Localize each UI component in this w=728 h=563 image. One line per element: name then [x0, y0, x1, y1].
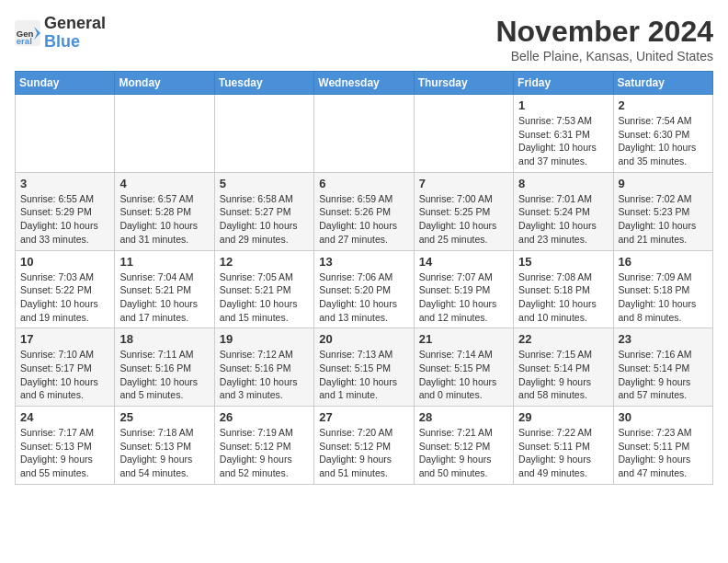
week-row-5: 24Sunrise: 7:17 AM Sunset: 5:13 PM Dayli…	[16, 407, 713, 485]
calendar-cell: 28Sunrise: 7:21 AM Sunset: 5:12 PM Dayli…	[414, 407, 513, 485]
calendar-cell: 20Sunrise: 7:13 AM Sunset: 5:15 PM Dayli…	[314, 328, 414, 407]
calendar-cell: 4Sunrise: 6:57 AM Sunset: 5:28 PM Daylig…	[115, 172, 214, 250]
day-info: Sunrise: 7:17 AM Sunset: 5:13 PM Dayligh…	[20, 426, 109, 480]
day-number: 2	[619, 98, 708, 112]
day-number: 22	[518, 332, 608, 346]
calendar-cell	[414, 95, 513, 173]
day-number: 27	[319, 410, 408, 424]
calendar-cell: 10Sunrise: 7:03 AM Sunset: 5:22 PM Dayli…	[16, 250, 115, 328]
day-info: Sunrise: 7:10 AM Sunset: 5:17 PM Dayligh…	[20, 348, 109, 402]
page-header: Gen eral General Blue November 2024 Bell…	[15, 15, 713, 63]
day-info: Sunrise: 7:12 AM Sunset: 5:16 PM Dayligh…	[220, 348, 309, 402]
weekday-header-wednesday: Wednesday	[314, 72, 414, 95]
day-info: Sunrise: 6:59 AM Sunset: 5:26 PM Dayligh…	[319, 192, 408, 247]
day-info: Sunrise: 7:08 AM Sunset: 5:18 PM Dayligh…	[518, 270, 608, 325]
day-info: Sunrise: 7:13 AM Sunset: 5:15 PM Dayligh…	[319, 348, 408, 402]
calendar-cell: 22Sunrise: 7:15 AM Sunset: 5:14 PM Dayli…	[514, 328, 613, 407]
day-number: 7	[419, 177, 508, 190]
day-info: Sunrise: 7:18 AM Sunset: 5:13 PM Dayligh…	[119, 426, 209, 480]
day-info: Sunrise: 7:53 AM Sunset: 6:31 PM Dayligh…	[518, 114, 608, 168]
calendar-cell: 2Sunrise: 7:54 AM Sunset: 6:30 PM Daylig…	[613, 95, 712, 173]
svg-text:eral: eral	[17, 36, 32, 46]
day-number: 12	[220, 255, 309, 269]
day-number: 16	[619, 255, 708, 269]
day-info: Sunrise: 7:01 AM Sunset: 5:24 PM Dayligh…	[518, 192, 608, 247]
calendar-cell: 29Sunrise: 7:22 AM Sunset: 5:11 PM Dayli…	[514, 407, 613, 485]
day-number: 9	[619, 177, 708, 190]
day-info: Sunrise: 7:00 AM Sunset: 5:25 PM Dayligh…	[419, 192, 508, 247]
day-info: Sunrise: 7:21 AM Sunset: 5:12 PM Dayligh…	[419, 426, 508, 480]
day-number: 10	[20, 255, 109, 269]
calendar-cell: 27Sunrise: 7:20 AM Sunset: 5:12 PM Dayli…	[314, 407, 414, 485]
calendar-cell: 9Sunrise: 7:02 AM Sunset: 5:23 PM Daylig…	[613, 172, 712, 250]
calendar-cell: 13Sunrise: 7:06 AM Sunset: 5:20 PM Dayli…	[314, 250, 414, 328]
calendar-cell: 26Sunrise: 7:19 AM Sunset: 5:12 PM Dayli…	[214, 407, 313, 485]
logo-text: General Blue	[44, 15, 106, 52]
weekday-header-tuesday: Tuesday	[214, 72, 313, 95]
day-number: 20	[319, 332, 408, 346]
week-row-4: 17Sunrise: 7:10 AM Sunset: 5:17 PM Dayli…	[16, 328, 713, 407]
calendar-cell: 12Sunrise: 7:05 AM Sunset: 5:21 PM Dayli…	[214, 250, 313, 328]
day-number: 15	[518, 255, 608, 269]
calendar-cell: 6Sunrise: 6:59 AM Sunset: 5:26 PM Daylig…	[314, 172, 414, 250]
day-number: 17	[20, 332, 109, 346]
day-number: 1	[518, 98, 608, 112]
day-number: 21	[419, 332, 508, 346]
day-number: 5	[220, 177, 309, 190]
day-info: Sunrise: 7:20 AM Sunset: 5:12 PM Dayligh…	[319, 426, 408, 480]
day-info: Sunrise: 7:05 AM Sunset: 5:21 PM Dayligh…	[220, 270, 309, 325]
day-number: 25	[119, 410, 209, 424]
calendar-cell	[16, 95, 115, 173]
logo-icon: Gen eral	[15, 20, 40, 46]
day-number: 19	[220, 332, 309, 346]
calendar-cell: 8Sunrise: 7:01 AM Sunset: 5:24 PM Daylig…	[514, 172, 613, 250]
day-info: Sunrise: 7:22 AM Sunset: 5:11 PM Dayligh…	[518, 426, 608, 480]
weekday-header-saturday: Saturday	[613, 72, 712, 95]
day-info: Sunrise: 7:06 AM Sunset: 5:20 PM Dayligh…	[319, 270, 408, 325]
day-info: Sunrise: 7:15 AM Sunset: 5:14 PM Dayligh…	[518, 348, 608, 402]
day-info: Sunrise: 7:03 AM Sunset: 5:22 PM Dayligh…	[20, 270, 109, 325]
day-info: Sunrise: 7:02 AM Sunset: 5:23 PM Dayligh…	[619, 192, 708, 247]
calendar-cell: 1Sunrise: 7:53 AM Sunset: 6:31 PM Daylig…	[514, 95, 613, 173]
day-info: Sunrise: 7:07 AM Sunset: 5:19 PM Dayligh…	[419, 270, 508, 325]
calendar-cell: 25Sunrise: 7:18 AM Sunset: 5:13 PM Dayli…	[115, 407, 214, 485]
calendar-cell: 19Sunrise: 7:12 AM Sunset: 5:16 PM Dayli…	[214, 328, 313, 407]
day-info: Sunrise: 7:09 AM Sunset: 5:18 PM Dayligh…	[619, 270, 708, 325]
calendar-cell: 17Sunrise: 7:10 AM Sunset: 5:17 PM Dayli…	[16, 328, 115, 407]
day-info: Sunrise: 7:14 AM Sunset: 5:15 PM Dayligh…	[419, 348, 508, 402]
day-info: Sunrise: 6:55 AM Sunset: 5:29 PM Dayligh…	[20, 192, 109, 247]
day-number: 3	[20, 177, 109, 190]
weekday-header-thursday: Thursday	[414, 72, 513, 95]
calendar: SundayMondayTuesdayWednesdayThursdayFrid…	[15, 71, 713, 485]
day-info: Sunrise: 6:57 AM Sunset: 5:28 PM Dayligh…	[119, 192, 209, 247]
calendar-cell	[314, 95, 414, 173]
day-info: Sunrise: 7:11 AM Sunset: 5:16 PM Dayligh…	[119, 348, 209, 402]
day-number: 26	[220, 410, 309, 424]
day-info: Sunrise: 7:19 AM Sunset: 5:12 PM Dayligh…	[220, 426, 309, 480]
day-number: 24	[20, 410, 109, 424]
calendar-cell: 15Sunrise: 7:08 AM Sunset: 5:18 PM Dayli…	[514, 250, 613, 328]
calendar-cell: 18Sunrise: 7:11 AM Sunset: 5:16 PM Dayli…	[115, 328, 214, 407]
day-info: Sunrise: 6:58 AM Sunset: 5:27 PM Dayligh…	[220, 192, 309, 247]
calendar-cell	[115, 95, 214, 173]
weekday-header-row: SundayMondayTuesdayWednesdayThursdayFrid…	[16, 72, 713, 95]
calendar-cell: 24Sunrise: 7:17 AM Sunset: 5:13 PM Dayli…	[16, 407, 115, 485]
day-number: 14	[419, 255, 508, 269]
day-number: 8	[518, 177, 608, 190]
week-row-1: 1Sunrise: 7:53 AM Sunset: 6:31 PM Daylig…	[16, 95, 713, 173]
day-number: 29	[518, 410, 608, 424]
day-info: Sunrise: 7:04 AM Sunset: 5:21 PM Dayligh…	[119, 270, 209, 325]
calendar-cell: 16Sunrise: 7:09 AM Sunset: 5:18 PM Dayli…	[613, 250, 712, 328]
day-number: 18	[119, 332, 209, 346]
calendar-cell	[214, 95, 313, 173]
calendar-cell: 3Sunrise: 6:55 AM Sunset: 5:29 PM Daylig…	[16, 172, 115, 250]
day-number: 23	[619, 332, 708, 346]
logo: Gen eral General Blue	[15, 15, 106, 52]
location: Belle Plaine, Kansas, United States	[495, 49, 713, 63]
calendar-cell: 5Sunrise: 6:58 AM Sunset: 5:27 PM Daylig…	[214, 172, 313, 250]
day-info: Sunrise: 7:23 AM Sunset: 5:11 PM Dayligh…	[619, 426, 708, 480]
day-number: 28	[419, 410, 508, 424]
weekday-header-friday: Friday	[514, 72, 613, 95]
calendar-cell: 7Sunrise: 7:00 AM Sunset: 5:25 PM Daylig…	[414, 172, 513, 250]
calendar-cell: 30Sunrise: 7:23 AM Sunset: 5:11 PM Dayli…	[613, 407, 712, 485]
